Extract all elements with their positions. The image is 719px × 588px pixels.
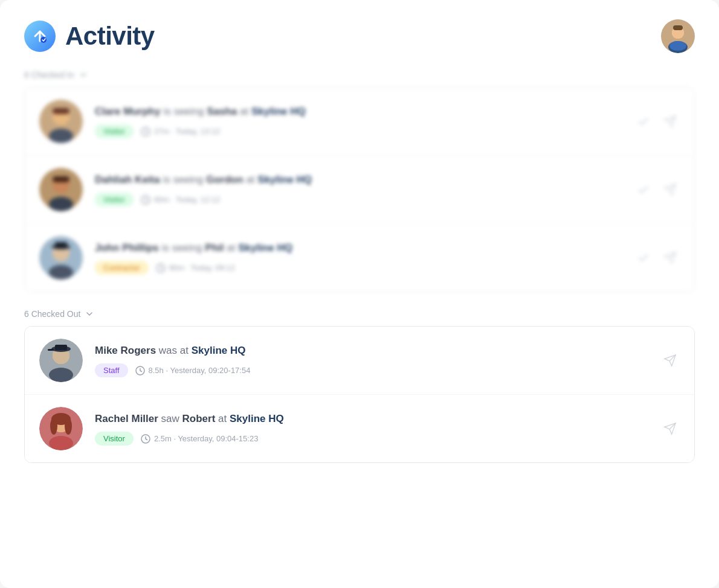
card-actions-john (634, 248, 680, 267)
clock-icon-rachel (141, 434, 150, 444)
action-text-rachel: saw (161, 413, 182, 424)
checked-in-label: 6 Checked In (24, 70, 74, 80)
svg-rect-33 (48, 349, 54, 351)
visitor-name-clare: Clare Murphy (95, 106, 161, 117)
location-mike: Skyline HQ (192, 345, 246, 356)
card-meta-clare: Visitor 27m · Today, 13:12 (95, 124, 624, 138)
visitor-name-john: John Phillips (95, 242, 159, 254)
svg-point-23 (53, 244, 69, 261)
badge-clare: Visitor (95, 124, 134, 138)
preposition-clare: at (240, 106, 251, 117)
svg-point-8 (39, 100, 83, 143)
card-rachel-miller: Rachel Miller saw Robert at Skyline HQ V… (25, 395, 694, 462)
card-actions-clare (634, 112, 680, 131)
send-btn-clare[interactable] (660, 112, 680, 131)
checked-out-chevron-icon (85, 310, 94, 318)
avatar-dahliah (39, 168, 83, 211)
svg-rect-4 (669, 41, 686, 51)
card-mike-rogers: Mike Rogers was at Skyline HQ Staff 8.5h… (25, 327, 694, 395)
action-text-dahliah: is seeing (163, 174, 206, 185)
card-title-john: John Phillips is seeing Phil at Skyline … (95, 241, 624, 255)
send-btn-rachel[interactable] (660, 419, 680, 438)
svg-point-41 (65, 418, 72, 435)
card-actions-rachel[interactable] (660, 419, 680, 438)
checkmark-btn-dahliah[interactable] (634, 180, 653, 199)
app-logo (24, 21, 56, 52)
svg-rect-6 (673, 25, 683, 30)
card-actions-mike[interactable] (660, 351, 680, 370)
badge-mike: Staff (95, 363, 128, 377)
time-info-john: 90m · Today, 09:12 (156, 263, 235, 273)
svg-point-20 (39, 236, 83, 280)
send-btn-dahliah[interactable] (660, 180, 680, 199)
checked-out-label: 6 Checked Out (24, 309, 80, 319)
visitor-name-dahliah: Dahliah Keita (95, 174, 160, 185)
badge-dahliah: Visitor (95, 193, 134, 206)
header: Activity (24, 19, 695, 53)
avatar-john (39, 236, 83, 280)
user-avatar[interactable] (661, 19, 695, 53)
clock-icon-clare (141, 127, 150, 136)
host-name-rachel: Robert (182, 413, 216, 424)
visitor-name-rachel: Rachel Miller (95, 413, 158, 424)
svg-rect-12 (53, 108, 69, 114)
svg-point-17 (53, 176, 69, 193)
page-title: Activity (65, 22, 155, 51)
badge-john: Contractor (95, 261, 149, 275)
host-name-john: Phil (205, 242, 224, 254)
checked-in-chevron-icon (79, 71, 88, 79)
host-name-clare: Sasha (207, 106, 237, 117)
checkmark-btn-clare[interactable] (634, 112, 653, 131)
checkmark-btn-john[interactable] (634, 248, 653, 267)
action-text-john: is seeing (162, 242, 205, 254)
clock-icon-john (156, 263, 166, 273)
svg-rect-37 (49, 436, 73, 450)
card-content-mike: Mike Rogers was at Skyline HQ Staff 8.5h… (95, 344, 651, 378)
card-clare-murphy: Clare Murphy is seeing Sasha at Skyline … (25, 88, 694, 156)
location-dahliah: Skyline HQ (257, 174, 312, 185)
location-rachel: Skyline HQ (230, 413, 284, 424)
action-text-mike: was at (159, 345, 192, 356)
svg-rect-10 (49, 129, 73, 143)
checked-in-section: 6 Checked In Cl (24, 70, 695, 292)
svg-point-7 (673, 34, 683, 39)
card-dahliah-keita: Dahliah Keita is seeing Gordon at Skylin… (25, 156, 694, 224)
card-actions-dahliah (634, 180, 680, 199)
svg-point-19 (141, 196, 150, 204)
card-content-dahliah: Dahliah Keita is seeing Gordon at Skylin… (95, 173, 624, 207)
svg-point-14 (39, 168, 83, 211)
app-container: Activity 6 Checked In (0, 0, 719, 588)
svg-point-26 (156, 264, 165, 272)
card-title-rachel: Rachel Miller saw Robert at Skyline HQ (95, 412, 651, 426)
svg-point-21 (53, 244, 69, 261)
preposition-rachel: at (218, 413, 230, 424)
clock-icon-mike (135, 366, 145, 375)
clock-icon-dahliah (141, 195, 150, 205)
send-btn-mike[interactable] (660, 351, 680, 370)
time-info-dahliah: 60m · Today, 12:12 (141, 195, 220, 205)
checked-out-header[interactable]: 6 Checked Out (24, 309, 695, 319)
location-clare: Skyline HQ (251, 106, 306, 117)
card-title-clare: Clare Murphy is seeing Sasha at Skyline … (95, 104, 624, 119)
card-meta-john: Contractor 90m · Today, 09:12 (95, 261, 624, 275)
checked-in-cards: Clare Murphy is seeing Sasha at Skyline … (24, 87, 695, 292)
duration-mike: 8.5h · Yesterday, 09:20-17:54 (149, 366, 251, 375)
card-title-dahliah: Dahliah Keita is seeing Gordon at Skylin… (95, 173, 624, 187)
checked-out-section: 6 Checked Out (24, 309, 695, 463)
duration-john: 90m · Today, 09:12 (169, 263, 235, 272)
time-info-clare: 27m · Today, 13:12 (141, 127, 220, 136)
card-title-mike: Mike Rogers was at Skyline HQ (95, 344, 651, 358)
card-content-john: John Phillips is seeing Phil at Skyline … (95, 241, 624, 275)
svg-rect-25 (55, 242, 67, 248)
svg-point-9 (53, 108, 69, 125)
card-meta-mike: Staff 8.5h · Yesterday, 09:20-17:54 (95, 363, 651, 377)
svg-rect-18 (53, 176, 69, 182)
avatar-clare-murphy (39, 100, 83, 143)
duration-clare: 27m · Today, 13:12 (154, 127, 220, 136)
checked-in-header[interactable]: 6 Checked In (24, 70, 695, 80)
location-john: Skyline HQ (238, 242, 292, 254)
card-john-phillips: John Phillips is seeing Phil at Skyline … (25, 224, 694, 292)
svg-point-13 (141, 127, 150, 136)
svg-point-40 (50, 418, 57, 435)
send-btn-john[interactable] (660, 248, 680, 267)
